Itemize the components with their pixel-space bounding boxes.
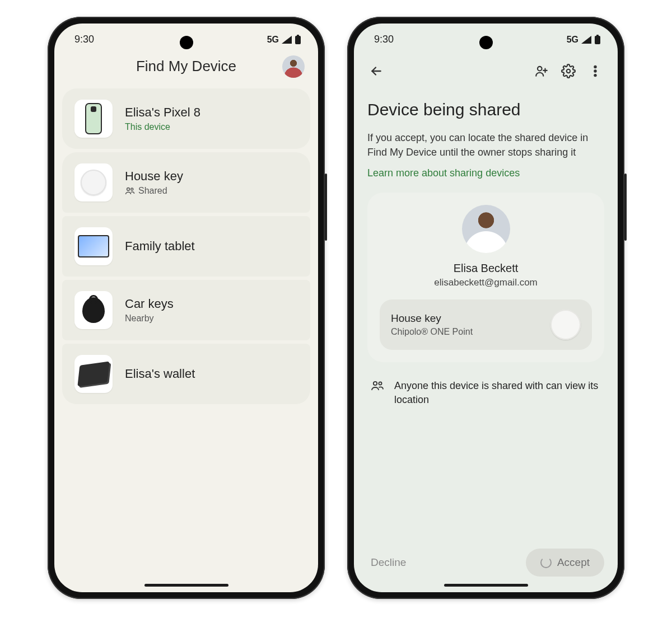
content: Device being shared If you accept, you c… [354, 89, 618, 407]
device-thumb [74, 100, 113, 138]
camera-hole [180, 36, 193, 49]
add-person-button[interactable] [529, 59, 554, 83]
svg-point-11 [374, 382, 377, 385]
shared-device-model: Chipolo® ONE Point [391, 327, 473, 337]
status-time: 9:30 [74, 34, 94, 45]
signal-icon [581, 35, 592, 44]
settings-button[interactable] [556, 59, 581, 83]
wallet-icon [77, 362, 109, 387]
decline-button[interactable]: Decline [367, 551, 409, 574]
phone-icon [85, 103, 102, 134]
sharer-avatar [462, 205, 510, 253]
device-thumb [74, 291, 113, 329]
share-card: Elisa Beckett elisabeckett@gmail.com Hou… [367, 193, 604, 362]
device-name: Car keys [125, 297, 174, 311]
screen-share-invite: 9:30 5G [354, 24, 618, 592]
device-thumb [74, 163, 113, 202]
phone-right: 9:30 5G [347, 17, 624, 599]
info-text: Anyone this device is shared with can vi… [394, 379, 601, 407]
device-subtitle: Shared [125, 186, 183, 196]
shared-icon [125, 187, 135, 195]
nav-indicator [444, 584, 528, 587]
more-vert-icon [588, 64, 603, 78]
status-right: 5G [267, 35, 301, 45]
accept-button[interactable]: Accept [526, 549, 604, 577]
gear-icon [561, 64, 576, 78]
svg-rect-1 [297, 35, 299, 36]
screen-find-my-device: 9:30 5G Find My Device Elisa's Pixel 8 T… [54, 24, 318, 592]
tablet-icon [78, 235, 109, 257]
device-item-wallet[interactable]: Elisa's wallet [62, 344, 310, 404]
shared-device-name: House key [391, 312, 473, 325]
status-time: 9:30 [374, 34, 394, 45]
phone-left: 9:30 5G Find My Device Elisa's Pixel 8 T… [48, 17, 325, 599]
battery-icon [295, 35, 301, 45]
svg-point-12 [379, 382, 381, 385]
network-label: 5G [267, 35, 279, 45]
page-title: Device being shared [367, 100, 604, 119]
back-arrow-icon [369, 64, 384, 78]
device-name: Elisa's wallet [125, 367, 195, 381]
accept-label: Accept [557, 556, 590, 569]
info-row: Anyone this device is shared with can vi… [367, 362, 604, 407]
svg-rect-5 [596, 35, 599, 36]
svg-point-3 [131, 188, 133, 190]
svg-point-10 [594, 74, 596, 76]
description: If you accept, you can locate the shared… [367, 130, 604, 160]
sharer-name: Elisa Beckett [454, 262, 519, 275]
footer: Decline Accept [354, 549, 618, 577]
header: Find My Device [54, 50, 318, 88]
device-name: Elisa's Pixel 8 [125, 105, 200, 120]
device-item-family-tablet[interactable]: Family tablet [62, 216, 310, 277]
app-title: Find My Device [136, 58, 236, 75]
device-name: Family tablet [125, 239, 195, 254]
device-name: House key [125, 169, 183, 184]
network-label: 5G [567, 35, 578, 45]
device-item-pixel[interactable]: Elisa's Pixel 8 This device [62, 88, 310, 149]
key-fob-icon [82, 297, 105, 323]
account-avatar-button[interactable] [282, 55, 305, 78]
group-icon [371, 379, 384, 392]
device-item-house-key[interactable]: House key Shared [62, 152, 310, 213]
person-add-icon [534, 64, 549, 78]
device-item-car-keys[interactable]: Car keys Nearby [62, 280, 310, 340]
learn-more-link[interactable]: Learn more about sharing devices [367, 167, 520, 179]
device-subtitle: Nearby [125, 313, 174, 324]
svg-point-7 [567, 69, 571, 73]
device-subtitle: This device [125, 122, 200, 132]
overflow-menu-button[interactable] [583, 59, 608, 83]
svg-point-8 [594, 65, 596, 68]
camera-hole [479, 36, 493, 49]
battery-icon [594, 35, 601, 45]
signal-icon [281, 35, 292, 44]
avatar-icon [282, 55, 305, 78]
svg-rect-0 [295, 36, 301, 44]
svg-rect-4 [595, 36, 600, 44]
sharer-email: elisabeckett@gmail.com [434, 277, 538, 288]
svg-point-6 [538, 67, 542, 71]
svg-point-2 [127, 188, 130, 191]
nav-indicator [144, 584, 228, 587]
svg-point-9 [594, 70, 596, 72]
tracker-tag-icon [81, 170, 106, 195]
loading-spinner-icon [540, 557, 552, 568]
back-button[interactable] [364, 59, 389, 83]
device-list: Elisa's Pixel 8 This device House key Sh… [54, 88, 318, 404]
device-thumb [74, 355, 113, 393]
tracker-tag-icon [550, 310, 581, 340]
device-thumb [74, 227, 113, 265]
header [354, 50, 618, 89]
shared-device-card: House key Chipolo® ONE Point [380, 299, 592, 350]
device-subtitle-text: Shared [138, 186, 167, 196]
status-right: 5G [567, 35, 601, 45]
